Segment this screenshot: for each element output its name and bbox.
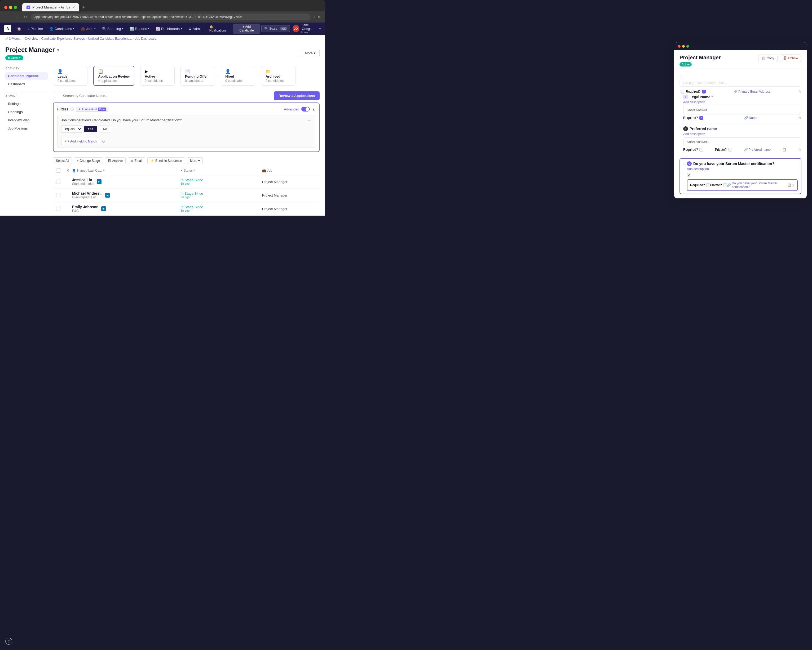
filter-yes-btn[interactable]: Yes <box>84 126 97 132</box>
row-checkbox-2[interactable] <box>56 193 60 197</box>
sidebar-item-job-postings[interactable]: Job Postings <box>5 125 48 132</box>
stage-leads[interactable]: 👤 Leads 0 candidates <box>53 66 87 85</box>
active-tab[interactable]: A Project Manager • Ashby ✕ <box>22 3 79 11</box>
nav-item-home[interactable]: 🏠 <box>14 25 24 32</box>
tab-favicon: A <box>26 6 30 9</box>
candidate-status-col-2: In Stage Since 8h ago <box>181 192 262 199</box>
stage-application-review[interactable]: 📋 Application Review 4 applications <box>93 66 134 86</box>
breadcrumb-dashboard[interactable]: Job Dashboard <box>135 37 157 41</box>
email-btn[interactable]: ✉ Email <box>128 157 145 164</box>
status-badge[interactable]: ■ Open ▾ <box>5 55 23 60</box>
archive-btn[interactable]: 🗄 Archive <box>105 157 126 164</box>
more-button[interactable]: More ▾ <box>301 49 320 57</box>
title-chevron-icon[interactable]: ▾ <box>57 47 59 52</box>
search-icon: 🔍 <box>264 27 268 30</box>
linkedin-icon-1[interactable]: in <box>97 179 102 184</box>
filters-info-icon: ⓘ <box>70 107 74 111</box>
more-actions-btn[interactable]: More ▾ <box>187 157 203 164</box>
candidate-name-1[interactable]: Jessica Lin <box>72 178 94 182</box>
minimize-window-btn[interactable] <box>9 6 12 9</box>
stage-hired[interactable]: 👤 Hired 0 candidates <box>221 66 255 85</box>
candidate-name-3[interactable]: Emily Johnson <box>72 205 99 209</box>
filter-equals-select[interactable]: equals <box>61 125 82 133</box>
candidate-name-2[interactable]: Michael Anders... <box>72 191 102 195</box>
chevron-down-icon-5: ▾ <box>181 27 182 30</box>
filter-no-btn[interactable]: No <box>99 126 111 132</box>
col-job-header[interactable]: 💼 Job <box>262 169 316 172</box>
col-status-header[interactable]: ● Status ⇅ <box>181 169 262 172</box>
sidebar-item-openings[interactable]: Openings <box>5 108 48 116</box>
or-btn[interactable]: Or <box>102 140 106 143</box>
reload-btn[interactable]: ↻ <box>22 14 29 20</box>
add-candidate-btn[interactable]: + Add Candidate <box>233 24 260 33</box>
back-btn[interactable]: ← <box>4 14 11 20</box>
candidate-time-3: 8h ago <box>181 209 203 212</box>
ai-assistant-badge[interactable]: ✦ AI Assistant Beta <box>76 107 108 112</box>
linkedin-icon-3[interactable]: in <box>101 206 106 211</box>
pending-name: Pending Offer <box>185 75 211 78</box>
app-container: A 🏠 ≡ Pipeline 👤 Candidates ▾ 💼 Jobs ▾ 🔍… <box>0 23 325 216</box>
enroll-sequence-btn[interactable]: ⚡ Enroll in Sequence <box>147 157 185 164</box>
candidate-time-1: 8h ago <box>181 182 203 185</box>
candidate-company-3: P&G <box>72 209 99 213</box>
user-menu[interactable]: JO Jane Ortega Acme ▾ <box>293 23 321 34</box>
nav-item-sourcing[interactable]: 🔍 Sourcing ▾ <box>99 25 126 32</box>
address-input[interactable] <box>31 14 311 20</box>
row-checkbox-1[interactable] <box>56 180 60 184</box>
table-row[interactable]: Jessica Lin Stark Industries in In Stage… <box>53 175 320 189</box>
breadcrumb-experience[interactable]: Untitled Candidate Experienc... <box>88 37 132 41</box>
nav-item-candidates[interactable]: 👤 Candidates ▾ <box>47 25 77 32</box>
browser-chrome: A Project Manager • Ashby ✕ + ← → ↻ ☆⚙ <box>0 0 325 23</box>
new-tab-btn[interactable]: + <box>80 4 87 11</box>
advanced-toggle[interactable] <box>301 107 310 111</box>
breadcrumb-surveys[interactable]: Candidate Experience Surveys <box>41 37 85 41</box>
linkedin-icon-2[interactable]: in <box>105 193 110 198</box>
candidate-job-3: Project Manager <box>262 207 287 211</box>
stage-active[interactable]: ▶ Active 0 candidates <box>140 66 175 85</box>
maximize-window-btn[interactable] <box>14 6 17 9</box>
main-content: ACTIVITY Candidate Pipeline Dashboard AD… <box>0 62 325 216</box>
collapse-icon[interactable]: ▲ <box>312 107 315 111</box>
breadcrumb-overview[interactable]: Overview <box>24 37 38 41</box>
nav-item-jobs[interactable]: 💼 Jobs ▾ <box>78 25 98 32</box>
browser-icons: ☆⚙ <box>313 15 321 19</box>
stage-archived[interactable]: 📁 Archived 9 candidates <box>261 66 296 85</box>
col-name-header[interactable]: 👤 Name / Last Co... ⇅ <box>72 169 181 172</box>
sidebar-item-settings[interactable]: Settings <box>5 100 48 108</box>
user-menu-chevron: ▾ <box>319 27 321 30</box>
bell-icon: 🔔 <box>209 25 213 29</box>
filter-options-btn[interactable]: ··· <box>308 118 311 123</box>
arrow-1: → <box>87 74 93 78</box>
row-checkbox-3[interactable] <box>56 207 60 211</box>
nav-item-admin[interactable]: ⚙ Admin <box>186 25 205 32</box>
header-checkbox[interactable] <box>56 169 60 173</box>
forward-btn[interactable]: → <box>13 14 20 20</box>
select-all-btn[interactable]: Select All <box>53 157 72 164</box>
notifications-btn[interactable]: 🔔 Notifications <box>207 23 232 34</box>
tab-close-btn[interactable]: ✕ <box>72 6 75 9</box>
filter-more-options-btn[interactable]: ··· <box>113 126 117 131</box>
sidebar-item-candidate-pipeline[interactable]: Candidate Pipeline <box>5 72 48 80</box>
breadcrumb-more[interactable]: 3 More... <box>9 37 21 41</box>
sidebar-item-dashboard[interactable]: Dashboard <box>5 80 48 88</box>
nav-logo[interactable]: A <box>4 25 11 32</box>
search-btn[interactable]: 🔍 Search ⌘K <box>261 25 290 32</box>
active-count: 0 candidates <box>145 79 170 83</box>
table-row[interactable]: Michael Anders... Cunningham Ent in In S… <box>53 189 320 202</box>
nav-item-pipeline[interactable]: ≡ Pipeline <box>25 25 46 32</box>
nav-item-reports[interactable]: 📊 Reports ▾ <box>127 25 152 32</box>
table-row[interactable]: Emily Johnson P&G in In Stage Since 8h a… <box>53 202 320 216</box>
sidebar-item-interview-plan[interactable]: Interview Plan <box>5 116 48 124</box>
chevron-down-icon-4: ▾ <box>148 27 150 30</box>
nav-item-dashboards[interactable]: 📈 Dashboards ▾ <box>153 25 185 32</box>
add-field-btn[interactable]: + + Add Field to Match <box>61 138 100 145</box>
review-applications-btn[interactable]: Review 4 Applications <box>274 91 320 100</box>
candidate-search-input[interactable] <box>53 91 111 100</box>
close-window-btn[interactable] <box>4 6 8 9</box>
sidebar: ACTIVITY Candidate Pipeline Dashboard AD… <box>5 62 48 216</box>
leads-name: Leads <box>58 75 83 78</box>
change-stage-btn[interactable]: » Change Stage <box>74 157 103 164</box>
archived-name: Archived <box>266 75 291 78</box>
stage-pending-offer[interactable]: 📄 Pending Offer 0 candidates <box>180 66 215 85</box>
candidate-job-2: Project Manager <box>262 193 287 197</box>
